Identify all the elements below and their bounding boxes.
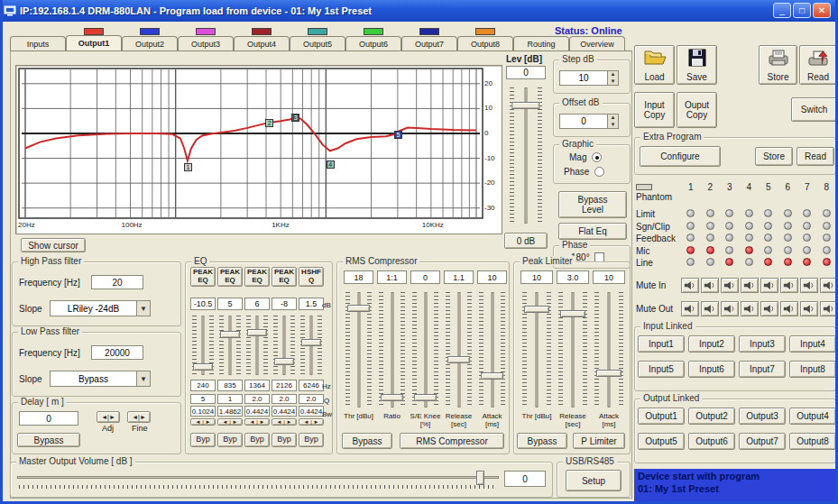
output-linked-output8[interactable]: Output8 <box>789 433 836 450</box>
setup-button[interactable]: Setup <box>566 470 622 491</box>
close-button[interactable]: ✕ <box>813 3 831 18</box>
mic-led-ch1[interactable] <box>686 246 695 254</box>
level-slider[interactable] <box>508 86 544 225</box>
eq-bw-arrows[interactable]: ◄ | ► <box>272 418 297 426</box>
input-linked-input7[interactable]: Input7 <box>739 361 786 378</box>
eq-gain-slider[interactable] <box>190 314 216 377</box>
input-linked-input2[interactable]: Input2 <box>688 335 735 353</box>
master-volume-slider[interactable] <box>17 471 499 490</box>
step-db-arrows[interactable]: ▲▼ <box>607 71 618 85</box>
eq-gain-value[interactable]: -8 <box>272 298 297 310</box>
eq-gain-value[interactable]: -10.5 <box>190 298 216 310</box>
eq-freq-value[interactable]: 2126 <box>272 380 297 391</box>
master-slider-thumb[interactable] <box>476 471 484 485</box>
eq-band-marker-3[interactable]: 3 <box>291 114 299 122</box>
mute-out-button-ch7[interactable] <box>800 301 818 316</box>
eq-freq-value[interactable]: 1364 <box>244 380 270 391</box>
limiter-bypass-button[interactable]: Bypass <box>517 433 567 449</box>
limit-led-ch6[interactable] <box>784 209 792 217</box>
slider-thumb[interactable] <box>596 370 622 377</box>
slider-thumb[interactable] <box>193 363 213 371</box>
eq-band-type-button[interactable]: PEAK EQ <box>190 267 216 287</box>
slider-thumb[interactable] <box>447 356 471 363</box>
slider-thumb[interactable] <box>524 306 549 313</box>
hpf-freq-value[interactable]: 20 <box>91 275 143 289</box>
output-linked-output6[interactable]: Output6 <box>688 433 735 450</box>
eq-gain-slider[interactable] <box>244 314 270 377</box>
input-copy-button[interactable]: Input Copy <box>634 92 675 128</box>
sgn/clip-led-ch1[interactable] <box>686 222 695 230</box>
read-button[interactable]: Read <box>799 45 837 85</box>
eq-gain-slider[interactable] <box>217 314 243 377</box>
compressor-slider[interactable] <box>410 290 440 409</box>
line-led-ch1[interactable] <box>686 258 695 266</box>
chevron-down-icon[interactable]: ▼ <box>136 371 150 386</box>
limit-led-ch4[interactable] <box>745 209 753 217</box>
line-led-ch4[interactable] <box>745 258 753 266</box>
mute-out-button-ch5[interactable] <box>760 301 778 316</box>
phase-radio[interactable] <box>594 167 604 177</box>
compressor-value[interactable]: 18 <box>344 270 373 284</box>
delay-adj-arrows[interactable]: ◄|► <box>97 411 120 423</box>
compressor-slider[interactable] <box>477 290 507 409</box>
feedback-led-ch7[interactable] <box>803 234 811 242</box>
eq-band-marker-4[interactable]: 4 <box>327 160 335 169</box>
eq-bw-arrows[interactable]: ◄ | ► <box>190 418 216 426</box>
eq-bypass-button[interactable]: Byp <box>217 433 243 447</box>
mute-out-button-ch8[interactable] <box>820 301 838 316</box>
sgn/clip-led-ch8[interactable] <box>823 222 831 230</box>
output-linked-output3[interactable]: Output3 <box>739 408 786 425</box>
mic-led-ch2[interactable] <box>706 246 714 254</box>
eq-bw-arrows[interactable]: ◄ | ► <box>244 418 270 426</box>
compressor-button[interactable]: RMS Compressor <box>400 433 504 449</box>
slider-thumb[interactable] <box>347 305 371 312</box>
slider-thumb[interactable] <box>220 331 240 338</box>
mic-led-ch3[interactable] <box>725 246 733 254</box>
line-led-ch7[interactable] <box>803 258 811 266</box>
mic-led-ch4[interactable] <box>745 246 753 254</box>
eq-gain-value[interactable]: 6 <box>244 298 270 310</box>
eq-freq-value[interactable]: 835 <box>217 380 243 391</box>
extra-read-button[interactable]: Read <box>797 147 834 166</box>
limit-led-ch7[interactable] <box>803 209 811 217</box>
input-linked-input8[interactable]: Input8 <box>789 361 836 378</box>
eq-bypass-button[interactable]: Byp <box>190 433 216 447</box>
tab-overview[interactable]: Overview <box>569 36 625 51</box>
feedback-led-ch5[interactable] <box>764 234 772 242</box>
output-linked-output7[interactable]: Output7 <box>739 433 786 450</box>
compressor-value[interactable]: 1.1 <box>444 270 474 284</box>
slider-thumb[interactable] <box>481 372 504 380</box>
slider-thumb[interactable] <box>247 329 267 336</box>
eq-band-type-button[interactable]: HSHF Q <box>299 267 324 287</box>
input-linked-input4[interactable]: Input4 <box>789 335 836 353</box>
eq-bypass-button[interactable]: Byp <box>244 433 270 447</box>
tab-routing[interactable]: Routing <box>513 36 569 51</box>
output-copy-button[interactable]: Ouput Copy <box>677 92 717 128</box>
chevron-down-icon[interactable]: ▼ <box>136 301 150 316</box>
slider-thumb[interactable] <box>560 310 585 317</box>
limiter-value[interactable]: 10 <box>593 270 625 284</box>
tab-output4[interactable]: Output4 <box>234 36 290 51</box>
hpf-slope-combo[interactable]: LRiley -24dB▼ <box>50 300 151 316</box>
feedback-led-ch3[interactable] <box>725 234 733 242</box>
mute-in-button-ch5[interactable] <box>760 278 778 293</box>
compressor-value[interactable]: 1:1 <box>377 270 407 284</box>
tab-output6[interactable]: Output6 <box>345 36 401 51</box>
compressor-bypass-button[interactable]: Bypass <box>342 433 392 449</box>
input-linked-input5[interactable]: Input5 <box>638 361 685 378</box>
line-led-ch3[interactable] <box>725 258 733 266</box>
eq-bw-value[interactable]: 0.4424 <box>272 406 297 417</box>
eq-response-graph[interactable]: 20100-10-20-3020Hz100Hz1KHz10KHz12345 <box>15 65 502 234</box>
eq-bw-arrows[interactable]: ◄ | ► <box>299 418 324 426</box>
eq-bypass-button[interactable]: Byp <box>299 433 324 447</box>
eq-band-type-button[interactable]: PEAK EQ <box>244 267 270 287</box>
slider-thumb[interactable] <box>301 339 321 346</box>
configure-button[interactable]: Configure <box>640 146 721 167</box>
lpf-freq-value[interactable]: 20000 <box>91 345 143 360</box>
tab-output7[interactable]: Output7 <box>401 36 457 51</box>
store-button[interactable]: Store <box>759 45 797 85</box>
master-volume-value[interactable]: 0 <box>504 471 546 487</box>
delay-value[interactable]: 0 <box>19 411 78 426</box>
eq-q-value[interactable]: 2.0 <box>272 394 297 404</box>
delay-bypass-button[interactable]: Bypass <box>17 433 80 447</box>
